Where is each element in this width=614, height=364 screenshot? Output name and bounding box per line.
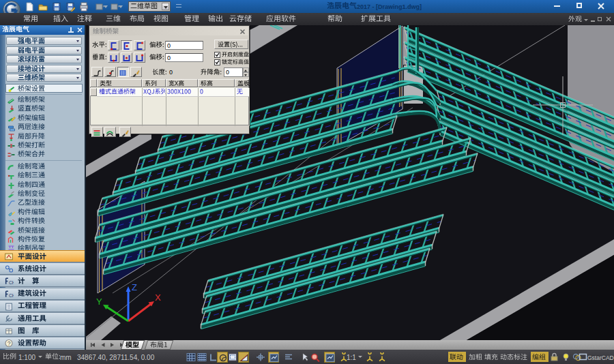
svg-text:Z: Z	[132, 282, 137, 292]
svg-text:CH: CH	[9, 292, 14, 297]
svg-text:CH: CH	[9, 280, 14, 285]
svg-text:X: X	[155, 292, 161, 303]
svg-text:Y: Y	[96, 297, 102, 307]
svg-text:?: ?	[8, 340, 11, 347]
